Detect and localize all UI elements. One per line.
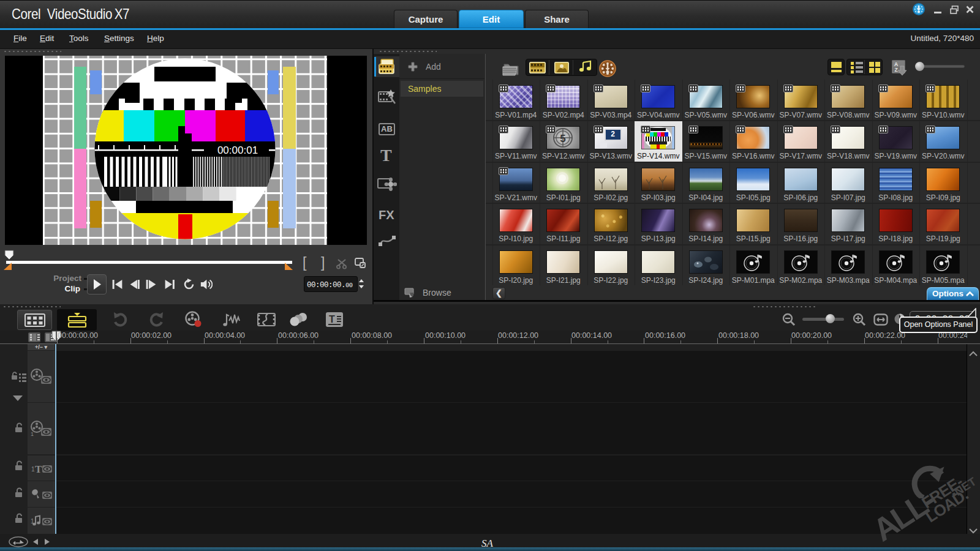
- svg-text:T: T: [35, 463, 42, 475]
- svg-text:00:00:01: 00:00:01: [217, 144, 258, 156]
- svg-text:Z: Z: [894, 67, 897, 73]
- svg-text:1: 1: [31, 431, 34, 437]
- svg-text:A: A: [894, 61, 898, 67]
- svg-text:T: T: [329, 314, 335, 324]
- svg-text:5: 5: [560, 133, 565, 144]
